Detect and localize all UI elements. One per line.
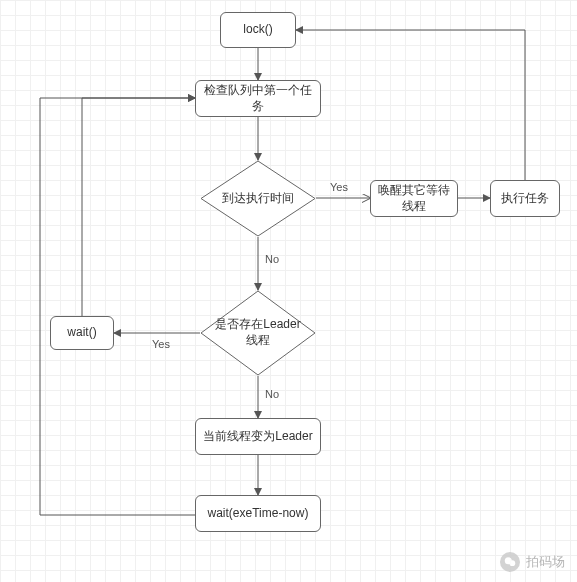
node-check-first-task: 检查队列中第一个任务 (195, 80, 321, 117)
node-reached-exec-time-label: 到达执行时间 (212, 191, 304, 207)
node-wait-label: wait() (67, 325, 96, 341)
node-wake-other-threads-label: 唤醒其它等待线程 (375, 183, 453, 214)
edge-label-no-time: No (265, 253, 279, 265)
edge-label-no-leader: No (265, 388, 279, 400)
watermark: 拍码场 (500, 552, 565, 572)
node-wait-exetime-label: wait(exeTime-now) (208, 506, 309, 522)
node-check-first-task-label: 检查队列中第一个任务 (200, 83, 316, 114)
node-lock: lock() (220, 12, 296, 48)
node-become-leader-label: 当前线程变为Leader (203, 429, 312, 445)
edge-label-yes-time: Yes (330, 181, 348, 193)
edge-label-yes-leader: Yes (152, 338, 170, 350)
flowchart-canvas: lock() 检查队列中第一个任务 到达执行时间 唤醒其它等待线程 执行任务 是… (0, 0, 577, 582)
node-wake-other-threads: 唤醒其它等待线程 (370, 180, 458, 217)
svg-point-3 (509, 560, 515, 566)
node-reached-exec-time: 到达执行时间 (200, 160, 316, 237)
node-wait-exetime: wait(exeTime-now) (195, 495, 321, 532)
node-leader-exists: 是否存在Leader线程 (200, 290, 316, 376)
watermark-text: 拍码场 (526, 553, 565, 571)
node-execute-task: 执行任务 (490, 180, 560, 217)
node-leader-exists-label: 是否存在Leader线程 (200, 317, 316, 348)
node-execute-task-label: 执行任务 (501, 191, 549, 207)
node-wait: wait() (50, 316, 114, 350)
node-lock-label: lock() (243, 22, 272, 38)
node-become-leader: 当前线程变为Leader (195, 418, 321, 455)
wechat-icon (500, 552, 520, 572)
